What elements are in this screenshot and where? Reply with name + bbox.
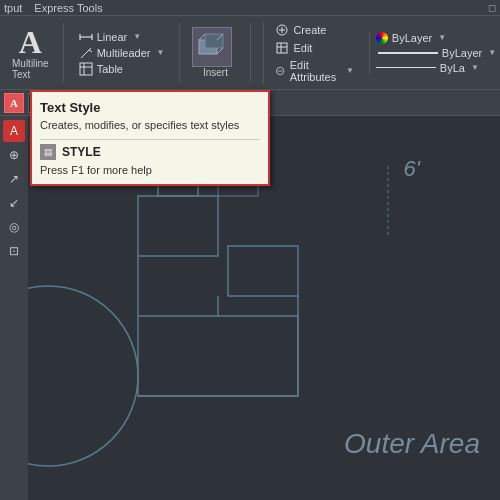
tooltip-help-text: Press F1 for more help <box>40 164 260 176</box>
toolbar: tput Express Tools ◻ A Multiline Text Li… <box>0 0 500 90</box>
edit-attributes-button[interactable]: Edit Attributes ▼ <box>272 58 356 84</box>
create-edit-group: Create Edit Edit Attributes ▼ <box>263 22 356 84</box>
left-btn-arrow-up[interactable]: ↗ <box>3 168 25 190</box>
bylayer-label-1: ByLayer <box>392 32 432 44</box>
measurement-label: 6' <box>404 156 420 182</box>
tooltip-command-row: ▤ STYLE <box>40 144 260 160</box>
table-row: Table <box>76 61 168 77</box>
multileader-label: Multileader <box>97 47 151 59</box>
bylayer-2-arrow: ▼ <box>488 48 496 57</box>
edit-icon <box>275 41 289 55</box>
tooltip-title: Text Style <box>40 100 260 115</box>
multileader-row: Multileader ▼ <box>76 45 168 61</box>
left-btn-rect[interactable]: ⊡ <box>3 240 25 262</box>
multileader-button[interactable]: Multileader ▼ <box>76 45 168 61</box>
left-btn-crosshair[interactable]: ⊕ <box>3 144 25 166</box>
insert-section: Insert <box>179 23 251 83</box>
style-bar-icon: A <box>4 93 24 113</box>
line-sample-thin <box>376 67 436 68</box>
multiline-text-group: A Multiline Text <box>8 23 64 83</box>
bylayer-line2-row: ByLa ▼ <box>376 62 496 74</box>
bylayer-color-row: ByLayer ▼ <box>376 32 496 44</box>
multiline-text-label: Multiline Text <box>12 58 49 80</box>
svg-point-22 <box>28 286 138 466</box>
bylayer-1-arrow: ▼ <box>438 33 446 42</box>
multileader-icon <box>79 46 93 60</box>
edit-attributes-icon <box>275 64 285 78</box>
toolbar-tabs: tput Express Tools ◻ <box>0 0 500 16</box>
multiline-text-button[interactable]: A Multiline Text <box>8 24 53 82</box>
linear-dropdown-arrow: ▼ <box>133 32 141 41</box>
bylayer-label-2: ByLayer <box>442 47 482 59</box>
svg-line-13 <box>217 48 223 54</box>
svg-rect-6 <box>80 63 92 75</box>
table-button[interactable]: Table <box>76 61 126 77</box>
color-indicator <box>376 32 388 44</box>
edit-attributes-arrow: ▼ <box>346 66 354 75</box>
toolbar-main: A Multiline Text Linear ▼ <box>0 16 500 89</box>
svg-line-3 <box>81 50 89 58</box>
linear-label: Linear <box>97 31 128 43</box>
edit-attributes-label: Edit Attributes <box>290 59 340 83</box>
linear-icon <box>79 30 93 44</box>
table-label: Table <box>97 63 123 75</box>
left-toolbar: A ⊕ ↗ ↙ ◎ ⊡ <box>0 116 28 500</box>
tooltip-divider <box>40 139 260 140</box>
text-icon: A <box>19 26 42 58</box>
linear-row: Linear ▼ <box>76 29 168 45</box>
linear-button[interactable]: Linear ▼ <box>76 29 145 45</box>
left-btn-arrow-down[interactable]: ↙ <box>3 192 25 214</box>
edit-button[interactable]: Edit <box>272 40 356 56</box>
outer-area-label: Outer Area <box>344 428 480 460</box>
svg-rect-17 <box>277 43 287 53</box>
annotation-section: Linear ▼ Multileader ▼ <box>76 23 168 83</box>
bylayer-3-arrow: ▼ <box>471 63 479 72</box>
svg-line-5 <box>89 48 91 50</box>
svg-line-4 <box>89 50 92 52</box>
svg-rect-25 <box>138 316 298 396</box>
tooltip-command-icon: ▤ <box>40 144 56 160</box>
bylayer-label-3: ByLa <box>440 62 465 74</box>
multileader-dropdown-arrow: ▼ <box>157 48 165 57</box>
table-icon <box>79 62 93 76</box>
edit-label: Edit <box>293 42 312 54</box>
create-label: Create <box>293 24 326 36</box>
create-icon <box>275 23 289 37</box>
insert-label: Insert <box>203 67 228 78</box>
tooltip-command-text: STYLE <box>62 145 101 159</box>
tab-tput[interactable]: tput <box>4 2 22 14</box>
tooltip-description: Creates, modifies, or specifies text sty… <box>40 119 260 131</box>
tab-express-tools[interactable]: Express Tools <box>34 2 102 14</box>
insert-icon <box>192 27 232 67</box>
left-btn-text[interactable]: A <box>3 120 25 142</box>
left-btn-circle[interactable]: ◎ <box>3 216 25 238</box>
svg-rect-26 <box>228 246 298 296</box>
tooltip-popup: Text Style Creates, modifies, or specifi… <box>30 90 270 186</box>
svg-line-11 <box>199 34 205 40</box>
insert-button[interactable]: Insert <box>188 25 242 80</box>
bylayer-section: ByLayer ▼ ByLayer ▼ ByLa ▼ <box>369 32 496 74</box>
svg-rect-23 <box>138 196 218 256</box>
bylayer-line-row: ByLayer ▼ <box>376 47 496 59</box>
line-sample-thick <box>378 52 438 54</box>
create-button[interactable]: Create <box>272 22 356 38</box>
